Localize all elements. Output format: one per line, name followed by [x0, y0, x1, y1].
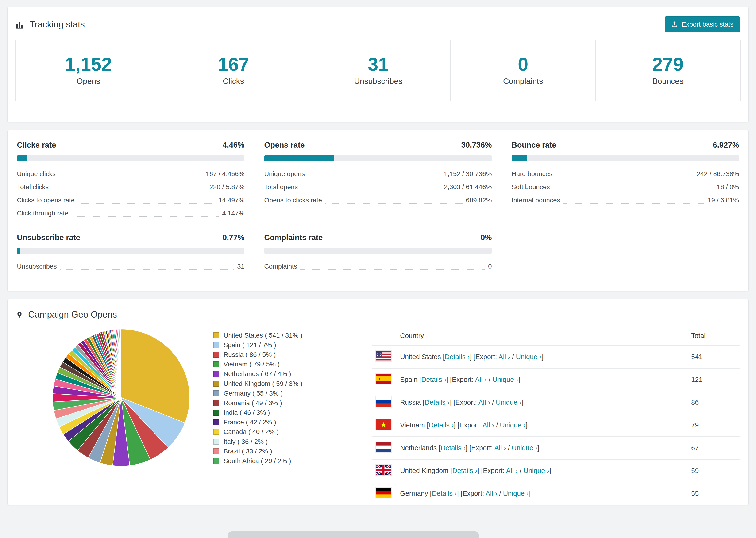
rate-head: Opens rate30.736%: [264, 140, 492, 149]
stat-box-bounces: 279Bounces: [595, 40, 740, 101]
dotted-leader: [564, 203, 704, 203]
country-cell: Russia [Details ›] [Export: All › / Uniq…: [396, 391, 687, 414]
stat-row-value: 31: [237, 260, 244, 273]
bracket: ]: [542, 353, 544, 360]
horizontal-scrollbar[interactable]: [228, 531, 479, 538]
legend-item-brazil[interactable]: Brazil ( 33 / 2% ): [213, 447, 369, 456]
export-all-link[interactable]: All ›: [499, 353, 510, 360]
legend-item-india[interactable]: India ( 46 / 3% ): [213, 408, 369, 418]
details-link[interactable]: Details ›: [429, 421, 454, 429]
flag-nl-icon: [376, 442, 391, 452]
stat-label: Bounces: [600, 77, 735, 86]
legend-item-canada[interactable]: Canada ( 40 / 2% ): [213, 427, 369, 437]
export-all-link[interactable]: All ›: [478, 399, 490, 406]
rate-stat-row: Opens to clicks rate689.82%: [264, 194, 492, 207]
dotted-leader: [300, 269, 485, 270]
rate-stat-row: Complaints0: [264, 260, 492, 273]
rate-block-clicks-rate: Clicks rate4.46%Unique clicks167 / 4.456…: [17, 140, 244, 220]
export-basic-stats-button[interactable]: Export basic stats: [665, 17, 740, 32]
progress-bar-complaints-rate: [264, 248, 492, 254]
details-link[interactable]: Details ›: [452, 467, 477, 474]
rate-value: 0%: [481, 233, 492, 242]
legend-item-south-africa[interactable]: South Africa ( 29 / 2% ): [213, 456, 369, 466]
stat-row-value: 1,152 / 30.736%: [444, 167, 492, 181]
flag-cell: [372, 414, 396, 437]
legend-label: United Kingdom ( 59 / 3% ): [224, 380, 302, 388]
total-cell: 59: [687, 459, 740, 482]
stat-label: Unsubscribes: [311, 77, 446, 86]
stat-row-label: Opens to clicks rate: [264, 194, 322, 207]
legend-item-netherlands[interactable]: Netherlands ( 67 / 4% ): [213, 369, 369, 379]
rate-title: Clicks rate: [17, 140, 56, 149]
export-unique-link[interactable]: Unique ›: [492, 376, 518, 383]
stat-value: 279: [600, 54, 735, 74]
legend-item-vietnam[interactable]: Vietnam ( 79 / 5% ): [213, 360, 369, 369]
legend-item-spain[interactable]: Spain ( 121 / 7% ): [213, 340, 369, 350]
stat-label: Complaints: [456, 77, 590, 86]
stat-row-label: Soft bounces: [512, 181, 550, 194]
rates-card: Clicks rate4.46%Unique clicks167 / 4.456…: [7, 130, 749, 291]
details-link[interactable]: Details ›: [441, 444, 465, 452]
rate-title: Bounce rate: [512, 140, 557, 149]
country-name: Vietnam: [400, 421, 425, 429]
rate-head: Bounce rate6.927%: [512, 140, 739, 149]
bracket: ]: [465, 444, 467, 452]
slash-separator: /: [510, 353, 516, 360]
export-unique-link[interactable]: Unique ›: [500, 421, 526, 429]
rates-grid: Clicks rate4.46%Unique clicks167 / 4.456…: [17, 140, 739, 273]
export-unique-link[interactable]: Unique ›: [496, 399, 522, 406]
flag-cell: [372, 482, 396, 505]
export-label: Export:: [475, 353, 499, 360]
legend-swatch: [213, 458, 219, 464]
bracket: [: [427, 421, 429, 429]
flag-us-icon: [376, 351, 391, 361]
export-all-link[interactable]: All ›: [486, 490, 497, 497]
export-all-link[interactable]: All ›: [482, 421, 494, 429]
legend-label: South Africa ( 29 / 2% ): [224, 457, 291, 465]
dotted-leader: [60, 269, 234, 270]
slash-separator: /: [518, 467, 523, 474]
rate-stat-row: Soft bounces18 / 0%: [512, 181, 739, 194]
details-link[interactable]: Details ›: [432, 490, 457, 497]
details-link[interactable]: Details ›: [421, 376, 446, 383]
geo-table-row-united-kingdom: United Kingdom [Details ›] [Export: All …: [372, 459, 740, 482]
geo-content: United States ( 541 / 31% )Spain ( 121 /…: [8, 324, 748, 505]
details-link[interactable]: Details ›: [425, 399, 450, 406]
rate-block-unsubscribe-rate: Unsubscribe rate0.77%Unsubscribes31: [17, 233, 244, 273]
stat-row-label: Clicks to opens rate: [17, 194, 75, 207]
legend-item-romania[interactable]: Romania ( 49 / 3% ): [213, 398, 369, 408]
legend-item-italy[interactable]: Italy ( 36 / 2% ): [213, 437, 369, 447]
legend-item-russia[interactable]: Russia ( 86 / 5% ): [213, 350, 369, 359]
legend-item-united-states[interactable]: United States ( 541 / 31% ): [213, 331, 369, 340]
legend-item-united-kingdom[interactable]: United Kingdom ( 59 / 3% ): [213, 379, 369, 389]
details-link[interactable]: Details ›: [445, 353, 469, 360]
flag-cell: [372, 459, 396, 482]
legend-label: India ( 46 / 3% ): [224, 409, 270, 416]
rate-block-complaints-rate: Complaints rate0%Complaints0: [264, 233, 492, 273]
rate-stat-row: Total clicks220 / 5.87%: [17, 181, 244, 194]
campaign-geo-opens-card: Campaign Geo Opens United States ( 541 /…: [7, 299, 749, 505]
export-all-link[interactable]: All ›: [494, 444, 506, 452]
stat-row-value: 0: [488, 260, 492, 273]
bracket: ]: [446, 376, 448, 383]
flag-cell: [372, 437, 396, 459]
export-unique-link[interactable]: Unique ›: [512, 444, 538, 452]
legend-item-germany[interactable]: Germany ( 55 / 3% ): [213, 389, 369, 398]
export-unique-link[interactable]: Unique ›: [523, 467, 549, 474]
export-unique-link[interactable]: Unique ›: [503, 490, 529, 497]
rate-stat-row: Total opens2,303 / 61.446%: [264, 181, 492, 194]
rate-stat-row: Unsubscribes31: [17, 260, 244, 273]
legend-label: Brazil ( 33 / 2% ): [224, 448, 272, 455]
geo-table-row-netherlands: Netherlands [Details ›] [Export: All › /…: [372, 437, 740, 459]
export-label: Export:: [455, 399, 478, 406]
export-all-link[interactable]: All ›: [506, 467, 518, 474]
legend-label: Germany ( 55 / 3% ): [224, 390, 283, 397]
country-name: Netherlands: [400, 444, 437, 452]
country-column-header: Country: [396, 324, 687, 346]
country-cell: Germany [Details ›] [Export: All › / Uni…: [396, 482, 687, 505]
legend-item-france[interactable]: France ( 42 / 2% ): [213, 418, 369, 427]
stat-box-unsubscribes: 31Unsubscribes: [306, 40, 451, 101]
country-cell: Spain [Details ›] [Export: All › / Uniqu…: [396, 368, 687, 391]
export-all-link[interactable]: All ›: [475, 376, 487, 383]
export-unique-link[interactable]: Unique ›: [516, 353, 542, 360]
